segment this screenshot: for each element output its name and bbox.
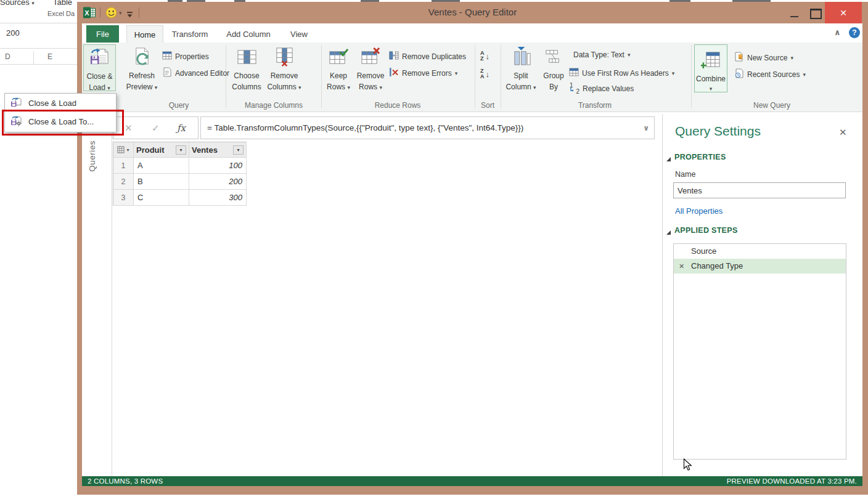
query-settings-close-icon[interactable]: ✕ xyxy=(839,127,847,138)
row-number[interactable]: 1 xyxy=(113,158,134,174)
name-input[interactable] xyxy=(673,182,846,198)
dropdown-arrow-icon: ▾ xyxy=(155,84,158,91)
formula-check-icon[interactable]: ✓ xyxy=(152,117,160,139)
sort-ascending-button[interactable]: AZ ↓ xyxy=(480,51,489,62)
remove-errors-button[interactable]: Remove Errors ▾ xyxy=(389,67,457,79)
filter-dropdown-button[interactable]: ▾ xyxy=(176,145,186,155)
bg-column-header-e[interactable]: E xyxy=(47,52,52,61)
all-properties-link[interactable]: All Properties xyxy=(675,206,723,216)
choose-columns-button[interactable]: Choose Columns xyxy=(230,47,263,92)
close-and-load-label2: Load ▾ xyxy=(89,83,110,92)
minimize-button[interactable] xyxy=(790,16,798,17)
close-and-load-button[interactable]: Close & Load ▾ xyxy=(83,44,116,91)
keep-rows-l1: Keep xyxy=(330,71,347,80)
bg-excel-data-label: Excel Da xyxy=(47,10,75,17)
tab-transform[interactable]: Transform xyxy=(170,25,210,43)
bg-divider xyxy=(0,23,77,23)
refresh-preview-button[interactable]: Refresh Preview ▾ xyxy=(120,47,163,92)
properties-section-header[interactable]: PROPERTIES xyxy=(666,153,726,161)
close-icon: ✕ xyxy=(840,8,847,18)
replace-values-label: Replace Values xyxy=(583,84,634,93)
choose-columns-label2: Columns xyxy=(232,83,261,92)
fx-icon[interactable]: ƒx xyxy=(177,117,186,139)
data-type-button[interactable]: Data Type: Text ▾ xyxy=(573,51,630,59)
formula-text[interactable]: = Table.TransformColumnTypes(Source,{{"P… xyxy=(207,117,523,139)
close-and-load-menu-icon xyxy=(10,97,22,110)
cell-produit[interactable]: B xyxy=(134,174,189,190)
replace-values-button[interactable]: 1 2 Replace Values xyxy=(569,83,634,94)
tab-home[interactable]: Home xyxy=(126,25,163,43)
remove-columns-label2: Columns ▾ xyxy=(267,83,301,92)
query-settings-title: Query Settings xyxy=(675,124,761,139)
sort-az-icon: AZ xyxy=(480,51,485,62)
delete-step-icon[interactable]: ✕ xyxy=(679,259,684,274)
digit-two: 2 xyxy=(576,88,579,95)
properties-button[interactable]: Properties xyxy=(162,51,209,62)
bg-table-label: Table xyxy=(53,0,72,7)
cell-ventes[interactable]: 100 xyxy=(189,158,247,174)
remove-columns-button[interactable]: Remove Columns ▾ xyxy=(265,47,303,92)
keep-rows-button[interactable]: Keep Rows ▾ xyxy=(324,47,353,92)
recent-sources-button[interactable]: Recent Sources ▾ xyxy=(734,68,806,80)
cell-ventes[interactable]: 300 xyxy=(189,190,247,206)
column-header-produit[interactable]: Produit ▾ xyxy=(134,142,189,158)
group-by-button[interactable]: Group By xyxy=(539,47,568,92)
cell-produit[interactable]: A xyxy=(134,158,189,174)
remove-rows-button[interactable]: Remove Rows ▾ xyxy=(354,47,387,92)
help-glyph: ? xyxy=(852,28,856,37)
bg-column-header-d[interactable]: D xyxy=(5,52,10,61)
row-number[interactable]: 3 xyxy=(113,190,134,206)
combine-button[interactable]: Combine ▾ xyxy=(694,44,727,92)
cell-ventes[interactable]: 200 xyxy=(189,174,247,190)
formula-bar[interactable]: = Table.TransformColumnTypes(Source,{{"P… xyxy=(200,116,655,139)
dropdown-arrow-icon: ▾ xyxy=(803,71,806,78)
split-column-button[interactable]: Split Column ▾ xyxy=(505,46,537,92)
remove-errors-label: Remove Errors xyxy=(402,69,452,78)
filter-dropdown-button[interactable]: ▾ xyxy=(233,145,244,155)
bg-sources-button[interactable]: Sources ▾ xyxy=(0,0,35,7)
dropdown-arrow-icon: ▾ xyxy=(533,84,536,91)
split-column-l2: Column xyxy=(506,83,531,91)
table-row: 1 A 100 xyxy=(113,158,247,174)
tab-view[interactable]: View xyxy=(287,25,311,43)
row-number[interactable]: 2 xyxy=(113,174,134,190)
remove-rows-l2: Rows xyxy=(359,83,377,91)
table-header-row: ▾ Produit ▾ Ventes ▾ xyxy=(113,142,247,158)
settings-pane-divider xyxy=(662,114,663,476)
sort-descending-button[interactable]: ZA ↓ xyxy=(480,68,489,79)
replace-values-icon: 1 2 xyxy=(569,83,579,94)
remove-rows-label2: Rows ▾ xyxy=(359,83,382,92)
table-menu-button[interactable]: ▾ xyxy=(113,142,134,158)
group-label-reduce-rows: Reduce Rows xyxy=(375,101,421,110)
group-label-sort: Sort xyxy=(481,101,494,110)
close-and-load-label2-text: Load xyxy=(89,83,105,92)
collapse-ribbon-chevron-icon[interactable]: ∧ xyxy=(834,28,841,37)
formula-expand-chevron-icon[interactable]: ∨ xyxy=(643,117,649,139)
maximize-button[interactable] xyxy=(810,9,822,19)
help-icon[interactable]: ? xyxy=(849,27,860,38)
new-source-button[interactable]: New Source ▾ xyxy=(734,52,793,63)
choose-columns-icon xyxy=(237,47,257,70)
dropdown-arrow-icon: ▾ xyxy=(126,147,129,153)
advanced-editor-button[interactable]: Advanced Editor xyxy=(162,67,229,79)
annotation-highlight-rectangle xyxy=(2,110,124,136)
tab-add-column[interactable]: Add Column xyxy=(222,25,275,43)
remove-duplicates-button[interactable]: Remove Duplicates xyxy=(389,51,466,62)
sort-za-icon: ZA xyxy=(480,68,485,79)
tab-file[interactable]: File xyxy=(86,25,119,43)
combine-label: Combine xyxy=(696,75,726,84)
data-type-label: Data Type: Text xyxy=(573,51,624,59)
formula-cancel-icon[interactable]: ✕ xyxy=(125,117,133,139)
advanced-editor-icon xyxy=(162,67,172,79)
step-changed-type[interactable]: ✕ Changed Type xyxy=(674,259,846,274)
split-column-label2: Column ▾ xyxy=(506,83,536,92)
arrow-down-icon: ↓ xyxy=(486,52,490,61)
cell-produit[interactable]: C xyxy=(134,190,189,206)
applied-steps-section-header[interactable]: APPLIED STEPS xyxy=(666,226,738,235)
use-first-row-as-headers-button[interactable]: Use First Row As Headers ▾ xyxy=(569,67,674,79)
close-button[interactable]: ✕ xyxy=(825,2,862,23)
dropdown-arrow-icon: ▾ xyxy=(710,86,713,92)
queries-pane-label[interactable]: Queries xyxy=(88,140,97,172)
column-header-ventes[interactable]: Ventes ▾ xyxy=(189,142,247,158)
step-source[interactable]: Source xyxy=(674,244,846,259)
